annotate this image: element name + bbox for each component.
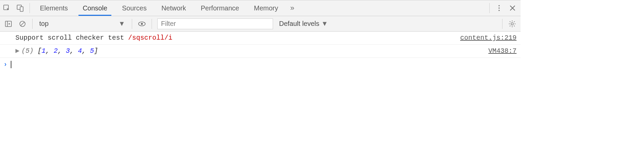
divider (132, 19, 132, 29)
svg-rect-2 (20, 7, 23, 11)
svg-line-9 (21, 22, 24, 26)
tab-memory[interactable]: Memory (247, 0, 285, 16)
tab-label: Network (161, 4, 186, 12)
divider (502, 19, 502, 29)
live-expression-icon[interactable] (135, 16, 149, 31)
more-tabs-button[interactable]: » (285, 4, 299, 12)
tabs: Elements Console Sources Network Perform… (33, 0, 299, 16)
comma: , (58, 46, 66, 56)
array-length: (5) (21, 46, 34, 56)
tab-performance[interactable]: Performance (194, 0, 247, 16)
tab-console[interactable]: Console (75, 0, 114, 16)
expand-arrow-icon[interactable]: ▶ (15, 46, 19, 56)
devtools-tab-bar: Elements Console Sources Network Perform… (0, 0, 521, 16)
array-value: 1 (42, 46, 46, 56)
console-log-message: Support scroll checker test /sqscroll/i … (0, 32, 521, 45)
log-source-link[interactable]: VM438:7 (488, 46, 518, 56)
array-value: 4 (78, 46, 82, 56)
close-devtools-icon[interactable] (506, 0, 519, 16)
more-tabs-label: » (290, 4, 294, 12)
chevron-down-icon: ▼ (118, 20, 125, 28)
console-toolbar: top ▼ Default levels ▼ (0, 16, 521, 32)
tab-label: Sources (122, 4, 147, 12)
console-output: Support scroll checker test /sqscroll/i … (0, 32, 521, 136)
tab-elements[interactable]: Elements (33, 0, 75, 16)
svg-rect-6 (5, 21, 11, 27)
tab-network[interactable]: Network (154, 0, 193, 16)
comma: , (82, 46, 90, 56)
console-log-array: ▶(5) [1, 2, 3, 4, 5] VM438:7 (0, 45, 521, 58)
execution-context-selector[interactable]: top ▼ (35, 18, 129, 29)
inspect-element-icon[interactable] (0, 0, 13, 16)
clear-console-icon[interactable] (15, 16, 30, 31)
svg-point-11 (141, 23, 143, 25)
kebab-menu-icon[interactable] (492, 0, 506, 16)
array-value: 3 (66, 46, 70, 56)
divider (152, 19, 152, 29)
tab-bar-right (487, 0, 521, 16)
tab-label: Memory (254, 4, 278, 12)
context-label: top (39, 20, 49, 28)
tab-label: Performance (201, 4, 239, 12)
log-text: Support scroll checker test (15, 33, 128, 43)
svg-point-3 (498, 5, 500, 6)
svg-point-5 (498, 10, 500, 11)
array-open: [ (34, 46, 42, 56)
levels-label: Default levels (279, 20, 319, 28)
tab-bar-left (0, 0, 33, 16)
toolbar-right (499, 16, 519, 31)
divider (30, 3, 30, 13)
tab-sources[interactable]: Sources (115, 0, 154, 16)
array-value: 2 (54, 46, 58, 56)
device-toggle-icon[interactable] (13, 0, 27, 16)
chevron-down-icon: ▼ (321, 20, 328, 28)
divider (32, 19, 33, 29)
tab-label: Elements (40, 4, 68, 12)
svg-point-12 (511, 23, 514, 25)
divider (489, 3, 490, 13)
log-source-link[interactable]: content.js:219 (460, 33, 518, 43)
svg-point-4 (498, 7, 500, 9)
array-value: 5 (90, 46, 94, 56)
tab-label: Console (83, 4, 107, 12)
comma: , (46, 46, 54, 56)
comma: , (70, 46, 78, 56)
console-sidebar-toggle-icon[interactable] (1, 16, 15, 31)
log-content: Support scroll checker test /sqscroll/i (15, 33, 460, 43)
log-regex: /sqscroll/i (128, 33, 172, 43)
array-close: ] (94, 46, 98, 56)
console-settings-icon[interactable] (505, 16, 519, 31)
log-levels-selector[interactable]: Default levels ▼ (276, 18, 331, 29)
console-filter-input[interactable] (157, 18, 273, 29)
console-prompt[interactable]: › (0, 58, 521, 71)
log-content: ▶(5) [1, 2, 3, 4, 5] (15, 46, 488, 56)
